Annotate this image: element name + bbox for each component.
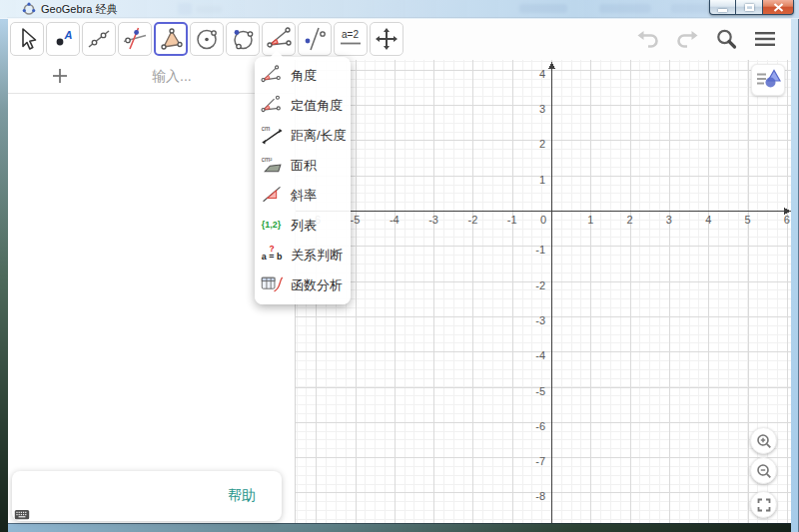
plus-icon [49, 65, 71, 87]
graphics-stylebar-button[interactable] [751, 64, 785, 96]
screen: GeoGebra 经典 Aa=2 输入... 帮助 -6-5-4-3-2-101… [0, 0, 799, 532]
distance-length-icon: cm [260, 124, 288, 148]
svg-text:3: 3 [539, 103, 545, 115]
svg-text:-4: -4 [535, 349, 545, 361]
undo-icon [635, 26, 661, 52]
svg-text:1: 1 [539, 174, 545, 186]
svg-text:cm: cm [262, 125, 270, 132]
main-menu-button[interactable] [752, 26, 778, 52]
menu-item-angle[interactable]: 角度 [255, 61, 351, 91]
angle-fixed-icon [260, 94, 288, 118]
tool-polygon-button[interactable] [154, 22, 188, 56]
window-border-right [791, 18, 799, 532]
zoom-in-icon [756, 433, 772, 449]
menu-item-angle-fixed[interactable]: 定值角度 [255, 91, 351, 121]
reflect-about-line-icon [302, 26, 328, 52]
menu-item-label: 距离/长度 [291, 127, 347, 145]
perpendicular-line-icon [122, 26, 148, 52]
tool-reflect-about-line-button[interactable] [298, 22, 332, 56]
conic-through-points-icon [230, 26, 256, 52]
menu-item-slope[interactable]: 斜率 [255, 181, 351, 211]
svg-text:2: 2 [539, 138, 545, 150]
help-card: 帮助 [12, 471, 282, 521]
zoom-out-icon [756, 463, 772, 479]
tool-perpendicular-line-button[interactable] [118, 22, 152, 56]
menu-item-list[interactable]: {1,2}列表 [255, 211, 351, 241]
svg-text:-8: -8 [535, 490, 545, 502]
tool-conic-through-points-button[interactable] [226, 22, 260, 56]
menu-item-area[interactable]: cm²面积 [255, 151, 351, 181]
window-title: GeoGebra 经典 [41, 2, 117, 17]
keyboard-icon [10, 508, 34, 523]
close-button[interactable] [763, 0, 794, 15]
tool-circle-with-center-button[interactable] [190, 22, 224, 56]
angle-icon [266, 26, 292, 52]
fullscreen-icon [756, 497, 772, 513]
undo-button[interactable] [635, 26, 661, 52]
tool-point-button[interactable]: A [46, 22, 80, 56]
area-icon: cm² [260, 154, 288, 178]
menu-item-label: 角度 [291, 67, 317, 85]
move-graphics-view-icon [374, 26, 400, 52]
titlebar[interactable]: GeoGebra 经典 [0, 0, 799, 19]
list-icon: {1,2} [260, 214, 288, 238]
algebra-input-row[interactable]: 输入... [8, 60, 295, 94]
search-button[interactable] [713, 26, 739, 52]
graphics-view[interactable]: -6-5-4-3-2-101234564321-1-2-3-4-5-6-7-8 [295, 60, 791, 523]
menu-item-label: 函数分析 [291, 276, 343, 294]
svg-text:a=2: a=2 [342, 29, 359, 40]
tool-move-button[interactable] [10, 22, 44, 56]
menu-item-function-inspector[interactable]: 函数分析 [255, 270, 351, 300]
line-icon [86, 26, 112, 52]
relation-icon: a = b? [260, 244, 284, 266]
tool-line-button[interactable] [82, 22, 116, 56]
svg-text:?: ? [269, 244, 274, 254]
svg-text:6: 6 [784, 214, 790, 226]
maximize-button[interactable] [736, 0, 763, 15]
menu-item-relation[interactable]: a = b?关系判断 [255, 241, 351, 270]
search-icon [713, 26, 739, 52]
geogebra-logo-icon [22, 2, 36, 16]
svg-text:-5: -5 [535, 385, 545, 397]
minimize-icon [718, 9, 727, 12]
keyboard-toggle-button[interactable] [10, 508, 34, 523]
main-menu-icon [752, 26, 778, 52]
window-border-left [0, 18, 8, 532]
svg-text:-6: -6 [535, 420, 545, 432]
tool-move-graphics-view-button[interactable] [370, 22, 403, 56]
svg-text:2: 2 [627, 214, 633, 226]
svg-text:0: 0 [540, 214, 546, 226]
toolbar-actions [622, 22, 778, 56]
minimize-button[interactable] [709, 0, 736, 15]
function-inspector-icon [260, 273, 284, 295]
angle-fixed-icon [260, 94, 284, 116]
coordinate-grid: -6-5-4-3-2-101234564321-1-2-3-4-5-6-7-8 [296, 60, 792, 523]
fullscreen-button[interactable] [750, 491, 777, 518]
svg-text:A: A [64, 29, 73, 41]
tool-slider-button[interactable]: a=2 [334, 22, 368, 56]
menu-item-label: 关系判断 [291, 247, 343, 265]
svg-text:-5: -5 [351, 214, 361, 226]
area-icon: cm² [260, 154, 284, 176]
menu-item-label: 定值角度 [291, 97, 343, 115]
geogebra-logo-icon [22, 2, 36, 16]
redo-button[interactable] [674, 26, 700, 52]
help-button[interactable]: 帮助 [222, 486, 262, 506]
svg-text:4: 4 [539, 68, 545, 80]
menu-item-label: 斜率 [291, 187, 317, 205]
svg-text:3: 3 [666, 214, 672, 226]
add-expression-button[interactable] [49, 65, 71, 87]
close-icon [773, 3, 784, 12]
zoom-out-button[interactable] [750, 457, 777, 484]
main-area: 输入... 帮助 -6-5-4-3-2-101234564321-1-2-3-4… [8, 60, 791, 523]
zoom-in-button[interactable] [750, 427, 777, 454]
svg-text:{1,2}: {1,2} [262, 220, 282, 230]
menu-item-distance-length[interactable]: cm距离/长度 [255, 121, 351, 151]
redo-icon [674, 26, 700, 52]
svg-text:-7: -7 [535, 455, 545, 467]
relation-icon: a = b? [260, 244, 288, 267]
svg-text:5: 5 [744, 214, 750, 226]
svg-text:-1: -1 [535, 244, 545, 256]
svg-text:-4: -4 [390, 214, 400, 226]
algebra-input[interactable]: 输入... [152, 68, 192, 86]
